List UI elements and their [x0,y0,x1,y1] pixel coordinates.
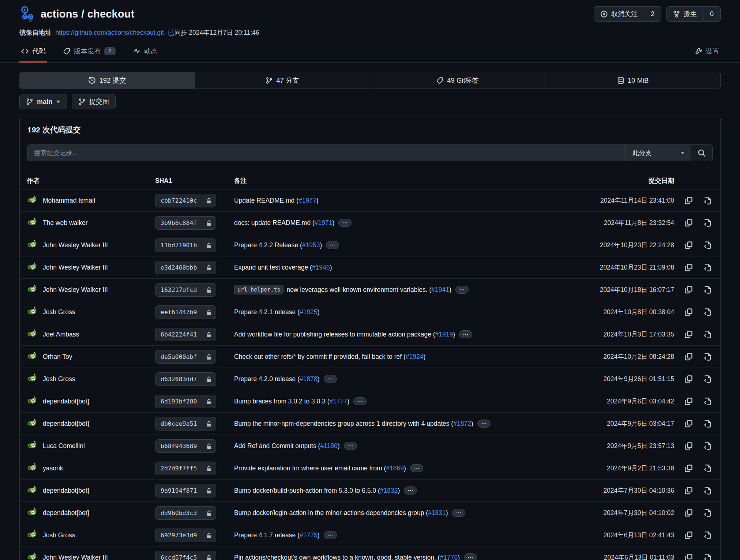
pr-link[interactable]: #1953 [302,241,320,249]
commit-sha-badge[interactable]: 692973e3d9 [155,529,216,542]
search-input[interactable] [28,145,625,161]
avatar[interactable] [27,262,38,273]
browse-source-button[interactable] [703,419,712,428]
copy-sha-button[interactable] [684,308,693,317]
author-name[interactable]: yasonk [43,465,63,472]
avatar[interactable] [27,463,38,474]
avatar[interactable] [27,240,38,251]
pr-link[interactable]: #1872 [453,420,471,428]
expand-commit-button[interactable] [459,330,472,338]
pr-link[interactable]: #1941 [431,286,449,294]
browse-source-button[interactable] [703,531,712,540]
browse-source-button[interactable] [703,464,712,473]
expand-commit-button[interactable] [455,286,469,294]
commit-sha-badge[interactable]: d632683dd7 [155,372,216,386]
pr-link[interactable]: #1831 [428,509,446,517]
fork-button[interactable]: 派生 0 [666,6,721,22]
author-name[interactable]: Josh Gross [43,375,75,383]
expand-commit-button[interactable] [452,509,465,517]
copy-sha-button[interactable] [684,330,693,339]
tab-code[interactable]: 代码 [19,44,47,63]
stat-tags[interactable]: 49 Git标签 [370,72,545,89]
browse-source-button[interactable] [703,553,712,560]
browse-source-button[interactable] [703,196,712,205]
stat-commits[interactable]: 192 提交 [20,72,195,89]
avatar[interactable] [27,284,38,296]
avatar[interactable] [27,530,38,541]
copy-sha-button[interactable] [684,531,693,540]
browse-source-button[interactable] [703,441,712,451]
browse-source-button[interactable] [703,397,712,406]
pr-link[interactable]: #1919 [435,331,453,338]
avatar[interactable] [27,396,38,407]
copy-sha-button[interactable] [684,241,693,250]
branch-selector[interactable]: main [19,94,67,109]
author-name[interactable]: Orhan Toy [43,353,72,361]
pr-link[interactable]: #1924 [406,353,424,361]
pr-link[interactable]: #1180 [320,442,337,450]
commit-message[interactable]: Prepare 4.2.1 release (#1925) [234,308,570,316]
tab-settings[interactable]: 设置 [694,44,721,63]
commit-sha-badge[interactable]: 3b9b8c884f [155,216,216,230]
pr-link[interactable]: #1776 [440,554,458,560]
commit-sha-badge[interactable]: 9a9194f871 [155,484,216,497]
browse-source-button[interactable] [703,218,712,228]
commit-message[interactable]: Bump docker/login-action in the minor-ac… [234,509,570,517]
org-avatar-actions-icon[interactable] [19,6,36,22]
expand-commit-button[interactable] [338,219,352,227]
pr-link[interactable]: #1971 [315,219,333,227]
copy-sha-button[interactable] [684,375,693,384]
mirror-url-link[interactable]: https://github.com/actions/checkout.git [55,29,164,36]
repo-title[interactable]: actions / checkout [41,8,135,20]
search-scope-dropdown[interactable]: 此分支 [625,145,691,161]
pr-link[interactable]: #1775 [300,531,318,539]
search-button[interactable] [691,145,712,161]
unwatch-button[interactable]: 取消关注 2 [594,6,661,22]
copy-sha-button[interactable] [684,486,693,495]
commit-message[interactable]: Bump the minor-npm-dependencies group ac… [234,420,570,428]
avatar[interactable] [27,351,38,362]
expand-commit-button[interactable] [464,553,477,560]
author-name[interactable]: dependabot[bot] [43,420,89,428]
expand-commit-button[interactable] [324,375,337,383]
commit-sha-badge[interactable]: de5a000abf [155,350,216,364]
watchers-count[interactable]: 2 [644,7,661,21]
stat-branches[interactable]: 47 分支 [195,72,370,89]
browse-source-button[interactable] [703,375,712,384]
copy-sha-button[interactable] [684,218,693,228]
copy-sha-button[interactable] [684,397,693,406]
commit-sha-badge[interactable]: 6b42224f41 [155,328,216,341]
author-name[interactable]: Luca Comellini [43,442,85,450]
commit-sha-badge[interactable]: e3d2460bbb [155,261,216,274]
commit-sha-badge[interactable]: cbb722410c [155,194,216,207]
copy-sha-button[interactable] [684,352,693,361]
expand-commit-button[interactable] [324,531,337,539]
copy-sha-button[interactable] [684,508,693,518]
browse-source-button[interactable] [703,352,712,361]
commit-sha-badge[interactable]: db0cee9a51 [155,417,216,431]
expand-commit-button[interactable] [404,486,417,495]
copy-sha-button[interactable] [684,196,693,205]
commit-sha-badge[interactable]: 2d7d9f7ff5 [155,462,216,475]
author-name[interactable]: dependabot[bot] [43,509,89,517]
avatar[interactable] [27,217,38,229]
author-name[interactable]: John Wesley Walker III [43,554,108,560]
copy-sha-button[interactable] [684,464,693,473]
copy-sha-button[interactable] [684,263,693,272]
copy-sha-button[interactable] [684,553,693,560]
avatar[interactable] [27,552,38,560]
avatar[interactable] [27,195,38,206]
commit-sha-badge[interactable]: b684943689 [155,439,216,453]
author-name[interactable]: Josh Gross [43,308,75,316]
copy-sha-button[interactable] [684,441,693,451]
copy-sha-button[interactable] [684,285,693,294]
commit-sha-badge[interactable]: eef61447b9 [155,305,216,319]
author-name[interactable]: Mohammad Ismail [43,197,95,204]
avatar[interactable] [27,440,38,452]
browse-source-button[interactable] [703,330,712,339]
commit-message[interactable]: Bump docker/build-push-action from 5.3.0… [234,486,570,495]
commit-message[interactable]: Pin actions/checkout's own workflows to … [234,553,570,560]
pr-link[interactable]: #1878 [300,375,318,383]
expand-commit-button[interactable] [410,464,423,472]
pr-link[interactable]: #1946 [312,264,330,271]
